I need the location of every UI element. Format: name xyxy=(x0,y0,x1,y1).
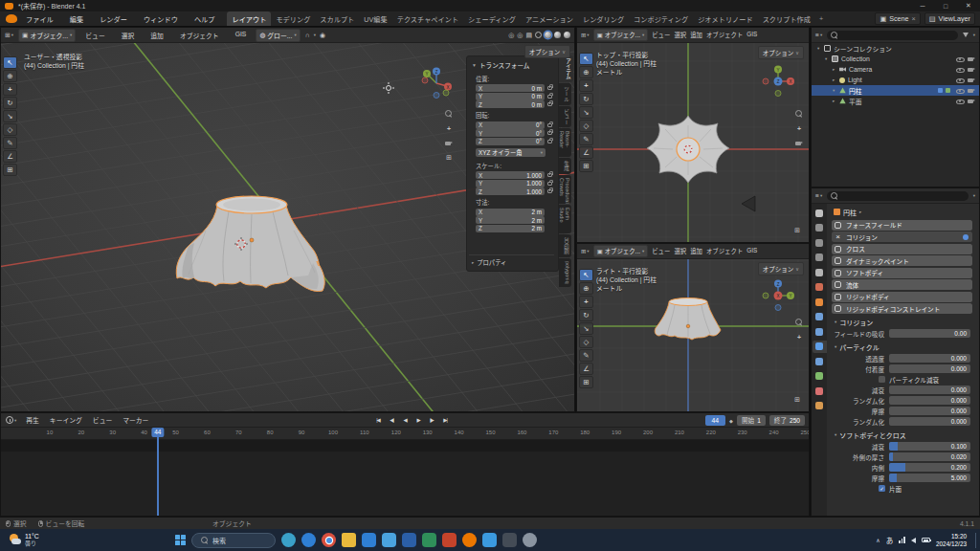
outliner-item[interactable]: Light xyxy=(812,75,979,85)
measure-tool[interactable] xyxy=(579,363,593,375)
panel-properties-header[interactable]: プロパティ xyxy=(469,254,554,268)
workspace-tab[interactable]: UV編集 xyxy=(359,11,391,26)
jump-to-start-button[interactable]: |◀ xyxy=(372,415,384,426)
physics-enable-button[interactable]: リジッドボディコンストレイント xyxy=(832,303,972,314)
zoom-icon[interactable] xyxy=(795,110,803,118)
battery-icon[interactable] xyxy=(922,538,930,542)
add-primitive-tool[interactable] xyxy=(579,160,593,172)
number-field[interactable]: Y1.000 xyxy=(476,180,545,187)
workspace-tab[interactable]: テクスチャペイント xyxy=(392,11,463,26)
snap-icon[interactable] xyxy=(305,32,310,38)
unlink-scene-icon[interactable]: × xyxy=(912,14,916,23)
play-button[interactable]: ▶ xyxy=(412,415,424,426)
shading-wireframe-icon[interactable] xyxy=(535,32,542,38)
lock-icon[interactable] xyxy=(547,95,552,99)
minimize-button[interactable]: ─ xyxy=(911,0,934,11)
workspace-tab[interactable]: モデリング xyxy=(271,11,315,26)
value-slider[interactable]: 0.000 xyxy=(889,386,970,395)
show-overlays-icon[interactable] xyxy=(517,32,523,39)
outliner-item[interactable]: Collection xyxy=(812,54,979,64)
move-tool[interactable] xyxy=(579,79,593,92)
viewport-menu-item[interactable]: 選択 xyxy=(674,31,686,39)
physics-enable-button[interactable]: ダイナミックペイント xyxy=(832,255,972,266)
lock-icon[interactable] xyxy=(547,140,552,143)
tab-output[interactable] xyxy=(813,236,827,249)
lock-icon[interactable] xyxy=(547,173,552,177)
timeline-menu-item[interactable]: キーイング xyxy=(48,415,84,425)
taskbar-app-chrome[interactable] xyxy=(322,533,336,547)
add-primitive-tool[interactable] xyxy=(3,164,17,176)
disable-in-render-icon[interactable] xyxy=(968,98,975,104)
viewport-menu-item[interactable]: GIS xyxy=(746,31,757,39)
number-field[interactable]: Y2 m xyxy=(476,216,545,224)
transform-tool[interactable] xyxy=(3,123,17,136)
weather-widget[interactable]: 11°C 曇り xyxy=(0,533,48,547)
chevron-down-icon[interactable] xyxy=(973,33,975,37)
ime-indicator[interactable]: あ xyxy=(886,535,894,545)
tab-material[interactable] xyxy=(813,385,827,397)
transform-tool[interactable] xyxy=(579,120,593,132)
topbar-menu-item[interactable]: ウィンドウ xyxy=(139,14,183,24)
value-slider[interactable]: 0.020 xyxy=(889,452,970,462)
lock-icon[interactable] xyxy=(547,182,552,186)
annotate-tool[interactable] xyxy=(579,349,593,362)
hide-in-viewport-icon[interactable] xyxy=(956,87,964,94)
sidebar-tab[interactable]: 生成 xyxy=(559,158,571,174)
tab-object[interactable] xyxy=(813,296,827,308)
next-keyframe-button[interactable]: |▶ xyxy=(426,415,437,426)
workspace-tab[interactable]: ジオメトリノード xyxy=(693,11,758,26)
physics-enable-button[interactable]: コリジョン xyxy=(832,231,972,242)
rotate-tool[interactable] xyxy=(579,309,593,321)
hide-in-viewport-icon[interactable] xyxy=(956,55,964,62)
navigation-gizmo[interactable]: X Y Z xyxy=(761,64,795,99)
value-slider[interactable]: 0.000 xyxy=(889,396,970,406)
sidebar-tab[interactable]: ビュー xyxy=(559,106,571,128)
lock-icon[interactable] xyxy=(547,189,552,193)
viewport-menu-item[interactable]: 追加 xyxy=(690,247,702,255)
clock-widget[interactable]: 15:20 2024/12/23 xyxy=(936,533,967,547)
sidebar-tab[interactable]: Procedural Crowds xyxy=(559,175,571,204)
current-frame-field[interactable]: 44 xyxy=(705,415,726,426)
workspace-tab[interactable]: レンダリング xyxy=(578,11,629,26)
shading-material-icon[interactable] xyxy=(554,32,561,38)
camera-view-icon[interactable] xyxy=(795,140,803,146)
transform-tool[interactable] xyxy=(579,336,593,348)
shading-rendered-icon[interactable] xyxy=(564,32,570,38)
physics-enable-button[interactable]: フォースフィールド xyxy=(832,220,972,231)
tab-modifiers[interactable] xyxy=(813,311,827,323)
view-layer-selector[interactable]: ViewLayer xyxy=(924,12,975,25)
taskbar-app-explorer[interactable] xyxy=(342,533,356,547)
cursor-tool[interactable] xyxy=(579,66,593,78)
frame-end-field[interactable]: 終了250 xyxy=(769,415,805,426)
value-slider[interactable]: 0.000 xyxy=(889,354,970,364)
outliner-item[interactable]: 平面 xyxy=(812,96,979,106)
topbar-menu-item[interactable]: レンダー xyxy=(95,14,132,24)
lock-icon[interactable] xyxy=(547,102,552,106)
measure-tool[interactable] xyxy=(3,150,17,163)
taskbar-search-input[interactable]: 検索 xyxy=(191,533,276,548)
timeline-menu-item[interactable]: 再生 xyxy=(24,415,41,425)
annotate-tool[interactable] xyxy=(579,133,593,145)
taskbar-app-vscode[interactable] xyxy=(482,533,497,547)
tab-world[interactable] xyxy=(813,281,827,294)
orientation-dropdown[interactable]: グロー... xyxy=(256,29,300,42)
outliner-item[interactable]: 円柱 xyxy=(812,85,979,96)
grid-icon[interactable] xyxy=(794,227,800,234)
tray-expand-icon[interactable]: ∧ xyxy=(876,537,880,543)
scale-tool[interactable] xyxy=(579,106,593,119)
value-slider[interactable]: 0.000 xyxy=(889,417,970,427)
camera-view-icon[interactable] xyxy=(445,140,453,146)
cloth-object-top[interactable] xyxy=(647,116,729,183)
shading-solid-icon[interactable] xyxy=(545,32,551,38)
section-particle[interactable]: パーティクル xyxy=(829,341,977,353)
editor-type-button[interactable] xyxy=(6,416,16,424)
move-tool[interactable] xyxy=(579,296,593,308)
outliner-item-scene-collection[interactable]: シーンコレクション xyxy=(812,43,979,54)
sidebar-tab[interactable]: アイテム xyxy=(559,55,573,82)
hide-in-viewport-icon[interactable] xyxy=(956,98,964,104)
number-field[interactable]: Y0 m xyxy=(476,93,545,100)
timeline-menu-item[interactable]: マーカー xyxy=(121,415,150,425)
hide-in-viewport-icon[interactable] xyxy=(956,77,964,83)
previous-keyframe-button[interactable]: ◀| xyxy=(386,415,397,426)
scale-tool[interactable] xyxy=(579,322,593,335)
